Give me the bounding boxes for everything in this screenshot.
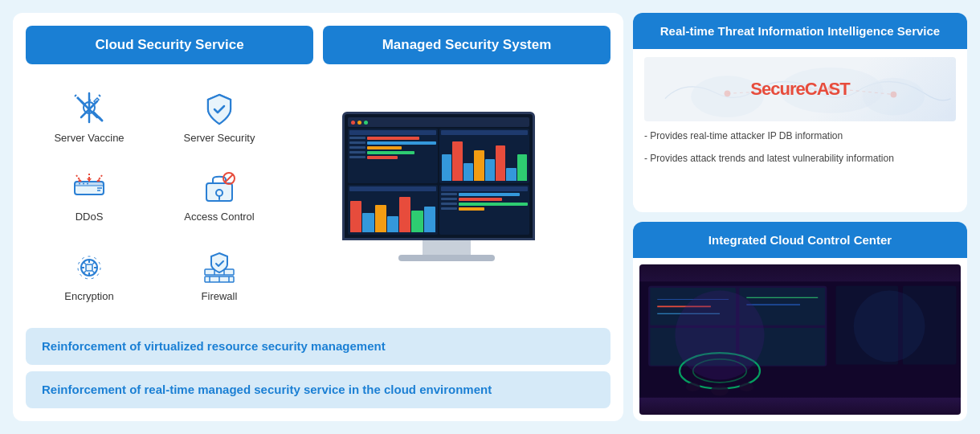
left-panel: Cloud Security Service Managed Security … — [13, 13, 623, 421]
dash-panel-3 — [348, 185, 438, 235]
bottom-boxes: Reinforcement of virtualized resource se… — [26, 328, 610, 408]
threat-desc-1: - Provides real-time attacker IP DB info… — [644, 128, 956, 144]
dash-panel-header-4 — [441, 186, 528, 191]
threat-card-body: SecureCAST - Provides real-time attacker… — [633, 49, 967, 212]
svg-point-70 — [711, 385, 729, 395]
icon-ddos: DDoS — [26, 158, 153, 235]
securecast-logo: SecureCAST — [750, 79, 849, 100]
dash-wave-2 — [441, 136, 528, 182]
svg-point-14 — [87, 183, 88, 185]
managed-security-btn[interactable]: Managed Security System — [323, 26, 610, 64]
dash-content — [348, 129, 529, 235]
server-security-label: Server Security — [184, 132, 255, 144]
icc-card: Integrated Cloud Control Center — [633, 222, 967, 421]
cloud-security-btn[interactable]: Cloud Security Service — [26, 26, 313, 64]
main-container: Cloud Security Service Managed Security … — [13, 13, 967, 421]
securecast-prefix: Secure — [750, 79, 804, 99]
dash-top-bar — [348, 117, 529, 127]
left-body: Server Vaccine Server Security — [26, 72, 610, 320]
info-box-2-text: Reinforcement of real-time managed secur… — [42, 383, 492, 396]
svg-point-12 — [79, 183, 80, 185]
icon-access-control: Access Control — [156, 158, 283, 235]
dash-panel-header-3 — [349, 186, 436, 191]
dash-panel-4 — [439, 185, 529, 235]
icon-server-vaccine: Server Vaccine — [26, 79, 153, 155]
svg-line-8 — [99, 95, 100, 96]
access-control-label: Access Control — [184, 211, 254, 223]
monitor-wrap — [342, 112, 551, 280]
svg-line-35 — [92, 271, 95, 273]
monitor-area — [283, 72, 610, 320]
info-box-1: Reinforcement of virtualized resource se… — [26, 328, 610, 365]
icons-grid: Server Vaccine Server Security — [26, 72, 283, 320]
ddos-label: DDoS — [76, 211, 104, 223]
info-box-1-text: Reinforcement of virtualized resource se… — [42, 339, 386, 353]
svg-point-51 — [891, 92, 897, 98]
dot-yellow — [357, 121, 361, 125]
encryption-label: Encryption — [64, 290, 113, 302]
svg-point-13 — [83, 183, 84, 185]
icc-image — [639, 264, 961, 415]
threat-desc-2: - Provides attack trends and latest vuln… — [644, 150, 956, 166]
icon-server-security: Server Security — [156, 79, 283, 155]
monitor-neck — [423, 240, 471, 255]
icc-card-header: Integrated Cloud Control Center — [633, 222, 967, 258]
securecast-image: SecureCAST — [644, 57, 956, 121]
svg-line-34 — [84, 262, 86, 264]
dash-panel-1 — [348, 129, 438, 183]
icon-firewall: Firewall — [156, 237, 283, 313]
svg-line-5 — [99, 117, 102, 121]
right-panel: Real-time Threat Information Intelligenc… — [633, 13, 967, 421]
dash-panel-header-2 — [441, 130, 528, 135]
server-vaccine-label: Server Vaccine — [54, 132, 124, 144]
left-header: Cloud Security Service Managed Security … — [26, 26, 610, 64]
info-box-2: Reinforcement of real-time managed secur… — [26, 371, 610, 408]
svg-point-73 — [854, 290, 925, 362]
svg-point-72 — [675, 290, 764, 379]
securecast-suffix: CAST — [805, 79, 850, 99]
firewall-label: Firewall — [202, 290, 238, 302]
svg-line-36 — [92, 262, 95, 264]
icc-card-body — [633, 258, 967, 421]
dash-panel-2 — [439, 129, 529, 183]
svg-point-71 — [739, 383, 753, 391]
monitor-screen — [342, 112, 535, 240]
svg-point-69 — [686, 383, 700, 391]
dot-green — [364, 121, 368, 125]
dash-panel-header-1 — [349, 130, 436, 135]
threat-card: Real-time Threat Information Intelligenc… — [633, 13, 967, 212]
svg-rect-29 — [86, 264, 92, 271]
svg-line-6 — [75, 95, 76, 96]
threat-card-header: Real-time Threat Information Intelligenc… — [633, 13, 967, 49]
dashboard-inner — [345, 114, 533, 238]
icon-encryption: Encryption — [26, 237, 153, 313]
monitor-stand — [398, 255, 495, 261]
dot-red — [351, 121, 355, 125]
svg-line-37 — [84, 271, 86, 273]
dash-wave-3 — [349, 192, 436, 233]
